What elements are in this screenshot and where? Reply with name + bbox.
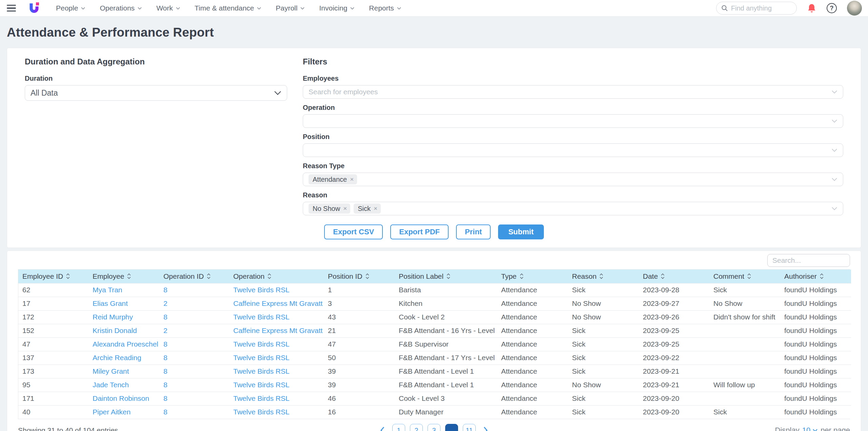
table-cell: 171 — [18, 392, 88, 405]
pagination-page-2[interactable]: 2 — [410, 424, 423, 431]
table-search-input[interactable] — [767, 254, 850, 267]
help-icon[interactable]: ? — [827, 3, 837, 13]
nav-item-payroll[interactable]: Payroll — [276, 4, 305, 12]
nav-item-operations[interactable]: Operations — [100, 4, 142, 12]
table-cell: 2023-09-21 — [639, 365, 709, 378]
position-select[interactable] — [303, 143, 843, 157]
reason-select[interactable]: No Show×Sick× — [303, 202, 843, 215]
table-cell-link[interactable]: 8 — [159, 378, 229, 392]
table-cell-link[interactable]: Caffeine Express Mt Gravatt — [229, 297, 324, 310]
table-cell — [709, 324, 780, 337]
global-search[interactable] — [716, 2, 797, 15]
table-cell-link[interactable]: Twelve Birds RSL — [229, 392, 324, 405]
table-cell-link[interactable]: Kristin Donald — [88, 324, 159, 337]
table-cell-link[interactable]: Twelve Birds RSL — [229, 310, 324, 324]
per-page-select[interactable]: 10 — [802, 426, 818, 431]
remove-tag-icon[interactable]: × — [350, 176, 354, 183]
table-cell-link[interactable]: 8 — [159, 283, 229, 297]
print-button[interactable]: Print — [456, 224, 491, 239]
table-cell-link[interactable]: Twelve Birds RSL — [229, 337, 324, 351]
table-cell: foundU Holdings — [780, 310, 851, 324]
table-cell-link[interactable]: 2 — [159, 324, 229, 337]
chevron-down-icon — [81, 7, 85, 10]
table-cell: 2023-09-25 — [639, 324, 709, 337]
table-cell-link[interactable]: Caffeine Express Mt Gravatt — [229, 324, 324, 337]
column-header-employee-id[interactable]: Employee ID — [18, 270, 88, 283]
foundu-logo[interactable] — [27, 1, 41, 15]
table-cell-link[interactable]: 8 — [159, 365, 229, 378]
table-cell: 16 — [324, 405, 395, 419]
employees-select[interactable]: Search for employees — [303, 85, 843, 99]
column-header-operation-id[interactable]: Operation ID — [159, 270, 229, 283]
column-header-type[interactable]: Type — [497, 270, 568, 283]
column-header-reason[interactable]: Reason — [568, 270, 639, 283]
table-cell-link[interactable]: Miley Grant — [88, 365, 159, 378]
pagination-page-3[interactable]: 3 — [428, 424, 440, 431]
column-header-comment[interactable]: Comment — [709, 270, 780, 283]
top-nav: PeopleOperationsWorkTime & attendancePay… — [0, 0, 868, 17]
table-cell-link[interactable]: Twelve Birds RSL — [229, 378, 324, 392]
column-header-position-label[interactable]: Position Label — [395, 270, 497, 283]
table-cell-link[interactable]: 8 — [159, 337, 229, 351]
position-label: Position — [303, 133, 843, 141]
sort-icon — [820, 273, 824, 279]
duration-section: Duration and Data Aggregation Duration A… — [25, 57, 303, 220]
column-header-authoriser[interactable]: Authoriser — [780, 270, 851, 283]
table-cell: F&B Supervisor — [395, 337, 497, 351]
table-cell-link[interactable]: Twelve Birds RSL — [229, 283, 324, 297]
table-cell: Sick — [709, 405, 780, 419]
column-header-date[interactable]: Date — [639, 270, 709, 283]
table-cell-link[interactable]: Archie Reading — [88, 351, 159, 365]
column-header-position-id[interactable]: Position ID — [324, 270, 395, 283]
table-cell-link[interactable]: Twelve Birds RSL — [229, 365, 324, 378]
pagination-page-11[interactable]: 11 — [463, 424, 476, 431]
table-cell-link[interactable]: Dainton Robinson — [88, 392, 159, 405]
nav-item-work[interactable]: Work — [156, 4, 180, 12]
nav-item-reports[interactable]: Reports — [369, 4, 401, 12]
remove-tag-icon[interactable]: × — [374, 205, 377, 212]
column-header-employee[interactable]: Employee — [88, 270, 159, 283]
pagination-page-[interactable]: ... — [445, 424, 458, 431]
export-pdf-button[interactable]: Export PDF — [390, 224, 449, 239]
table-cell-link[interactable]: Alexandra Proeschel — [88, 337, 159, 351]
table-cell-link[interactable]: Piper Aitken — [88, 405, 159, 419]
table-cell-link[interactable]: Twelve Birds RSL — [229, 405, 324, 419]
sort-icon — [599, 273, 604, 279]
table-cell-link[interactable]: 2 — [159, 297, 229, 310]
table-cell: Will follow up — [709, 378, 780, 392]
table-cell: Attendance — [497, 378, 568, 392]
column-header-operation[interactable]: Operation — [229, 270, 324, 283]
export-csv-button[interactable]: Export CSV — [324, 224, 383, 239]
duration-select[interactable]: All Data — [25, 85, 287, 101]
table-cell-link[interactable]: Jade Tench — [88, 378, 159, 392]
table-cell-link[interactable]: 8 — [159, 351, 229, 365]
table-row: 62Mya Tran8Twelve Birds RSL1BaristaAtten… — [18, 283, 851, 297]
table-cell-link[interactable]: 8 — [159, 392, 229, 405]
reason-type-select[interactable]: Attendance× — [303, 173, 843, 186]
table-cell-link[interactable]: Twelve Birds RSL — [229, 351, 324, 365]
operation-select[interactable] — [303, 114, 843, 128]
global-search-input[interactable] — [731, 4, 789, 12]
chevron-down-icon — [812, 429, 818, 431]
pagination-next-icon[interactable] — [480, 426, 491, 431]
pagination-page-1[interactable]: 1 — [392, 424, 405, 431]
hamburger-menu-icon[interactable] — [7, 5, 16, 12]
remove-tag-icon[interactable]: × — [343, 205, 347, 212]
table-cell-link[interactable]: 8 — [159, 405, 229, 419]
nav-item-people[interactable]: People — [56, 4, 85, 12]
table-cell-link[interactable]: Mya Tran — [88, 283, 159, 297]
table-cell-link[interactable]: Reid Murphy — [88, 310, 159, 324]
pagination-prev-icon[interactable] — [377, 426, 388, 431]
filters-section: Filters Employees Search for employees O… — [303, 57, 843, 220]
table-cell-link[interactable]: Elias Grant — [88, 297, 159, 310]
table-cell-link[interactable]: 8 — [159, 310, 229, 324]
chevron-down-icon — [831, 149, 837, 152]
nav-item-invoicing[interactable]: Invoicing — [319, 4, 355, 12]
notifications-bell-icon[interactable] — [807, 3, 816, 13]
table-cell: F&B Attendant - Level 1 — [395, 378, 497, 392]
sort-icon — [446, 273, 451, 279]
submit-button[interactable]: Submit — [498, 224, 544, 239]
user-avatar[interactable] — [847, 1, 862, 16]
nav-item-time-attendance[interactable]: Time & attendance — [195, 4, 262, 12]
table-row: 95Jade Tench8Twelve Birds RSL39F&B Atten… — [18, 378, 851, 392]
